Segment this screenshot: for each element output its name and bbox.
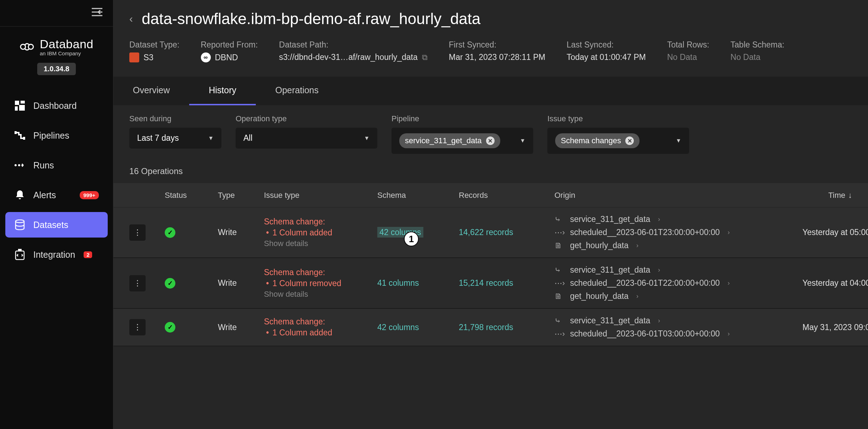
sidebar-item-label: Integration	[33, 250, 75, 260]
pipeline-icon: ⤷	[554, 266, 564, 275]
file-icon: 🗎	[554, 241, 564, 250]
pipeline-icon: ⤷	[554, 316, 564, 325]
svg-rect-7	[23, 137, 25, 140]
svg-rect-4	[15, 106, 18, 111]
row-type: Write	[218, 228, 264, 237]
table-row[interactable]: ⋮ ✓ Write Schema change: 1 Column added …	[113, 207, 868, 258]
schema-link[interactable]: 42 columns	[377, 323, 419, 332]
dbnd-icon: ∞	[201, 52, 211, 62]
pipeline-chip: service_311_get_data ✕	[399, 133, 500, 148]
copy-icon[interactable]: ⧉	[422, 53, 428, 62]
nav: Dashboard Pipelines Runs Alerts 999+ Dat…	[0, 82, 113, 278]
th-type: Type	[218, 191, 264, 200]
chevron-right-icon: ›	[728, 330, 730, 338]
svg-rect-2	[15, 101, 19, 105]
origin-run[interactable]: ⋯›scheduled__2023-06-01T23:00:00+00:00›	[554, 228, 802, 237]
issue-title: Schema change:	[264, 317, 377, 327]
sidebar-item-pipelines[interactable]: Pipelines	[5, 123, 108, 148]
sidebar-item-datasets[interactable]: Datasets	[5, 212, 108, 238]
chevron-right-icon: ›	[658, 216, 660, 223]
page-title: data-snowflake.ibm-bp-demo-af.raw_hourly…	[142, 10, 480, 28]
file-icon: 🗎	[554, 292, 564, 301]
meta-table-schema: Table Schema: No Data	[731, 40, 784, 62]
collapse-sidebar-icon[interactable]	[92, 7, 102, 19]
th-time[interactable]: Time↓	[802, 191, 852, 200]
origin-block: ⤷service_311_get_data› ⋯›scheduled__2023…	[554, 316, 802, 339]
th-status: Status	[165, 191, 218, 200]
records-link[interactable]: 14,622 records	[459, 228, 513, 237]
row-time: Yesterday at 04:00	[802, 278, 868, 288]
brand: Databand an IBM Company 1.0.34.8	[0, 27, 113, 82]
row-actions-button[interactable]: ⋮	[129, 319, 146, 335]
table-row[interactable]: ⋮ ✓ Write Schema change: 1 Column added …	[113, 309, 868, 346]
svg-rect-12	[18, 249, 22, 251]
records-link[interactable]: 15,214 records	[459, 278, 513, 288]
filter-label-optype: Operation type	[236, 114, 377, 123]
meta-dataset-path: Dataset Path: s3://dbnd-dev-31…af/raw_ho…	[279, 40, 428, 62]
chevron-right-icon: ›	[636, 242, 638, 249]
table-row[interactable]: ⋮ ✓ Write Schema change: 1 Column remove…	[113, 258, 868, 309]
issue-block: Schema change: 1 Column removed Show det…	[264, 268, 377, 299]
row-actions-button[interactable]: ⋮	[129, 224, 146, 241]
svg-point-8	[15, 164, 17, 166]
issue-detail: 1 Column added	[264, 328, 377, 338]
row-time: Yesterday at 05:00	[802, 228, 868, 237]
sidebar-item-integration[interactable]: Integration2	[5, 242, 108, 267]
row-actions-button[interactable]: ⋮	[129, 275, 146, 291]
schema-link[interactable]: 41 columns	[377, 278, 419, 288]
th-issue: Issue type	[264, 191, 377, 200]
origin-pipeline[interactable]: ⤷service_311_get_data›	[554, 214, 802, 224]
meta-first-synced: First Synced: Mar 31, 2023 07:28:11 PM	[449, 40, 545, 62]
svg-rect-3	[21, 101, 25, 104]
issue-title: Schema change:	[264, 217, 377, 227]
brand-logo-icon	[19, 39, 34, 54]
origin-task[interactable]: 🗎get_hourly_data›	[554, 291, 802, 301]
table-header: Status Type Issue type Schema Records Or…	[113, 184, 868, 207]
filter-operation-type[interactable]: All ▼	[236, 128, 377, 149]
filter-seen-during[interactable]: Last 7 days ▼	[129, 128, 221, 149]
alerts-badge: 999+	[80, 191, 99, 199]
issue-title: Schema change:	[264, 268, 377, 277]
pipeline-icon: ⤷	[554, 215, 564, 224]
chevron-right-icon: ›	[658, 266, 660, 274]
chevron-right-icon: ›	[636, 292, 638, 300]
brand-subtitle: an IBM Company	[40, 50, 93, 56]
records-link[interactable]: 21,798 records	[459, 323, 513, 332]
runs-icon	[14, 160, 26, 171]
origin-pipeline[interactable]: ⤷service_311_get_data›	[554, 316, 802, 325]
svg-rect-5	[19, 105, 25, 111]
run-icon: ⋯›	[554, 329, 564, 339]
tab-operations[interactable]: Operations	[256, 77, 338, 105]
origin-run[interactable]: ⋯›scheduled__2023-06-01T22:00:00+00:00›	[554, 278, 802, 288]
back-button[interactable]: ‹	[129, 13, 133, 25]
chip-remove-icon[interactable]: ✕	[625, 136, 634, 145]
integration-badge: 2	[84, 251, 92, 258]
origin-run[interactable]: ⋯›scheduled__2023-06-01T03:00:00+00:00›	[554, 329, 802, 339]
meta-last-synced: Last Synced: Today at 01:00:47 PM	[567, 40, 646, 62]
meta-total-rows: Total Rows: No Data	[667, 40, 709, 62]
tab-history[interactable]: History	[189, 77, 256, 105]
sidebar-item-label: Dashboard	[33, 101, 77, 111]
issue-chip: Schema changes ✕	[555, 133, 639, 148]
show-details-link[interactable]: Show details	[264, 239, 377, 248]
operations-count: 16 Operations	[113, 159, 868, 184]
origin-task[interactable]: 🗎get_hourly_data›	[554, 241, 802, 250]
filter-pipeline[interactable]: service_311_get_data ✕ ▼	[391, 128, 533, 154]
chevron-down-icon: ▼	[364, 135, 370, 141]
sidebar-item-label: Pipelines	[33, 130, 69, 141]
status-ok-icon: ✓	[165, 278, 175, 289]
bell-icon	[14, 189, 26, 201]
sidebar-item-alerts[interactable]: Alerts 999+	[5, 182, 108, 208]
show-details-link[interactable]: Show details	[264, 290, 377, 299]
tab-overview[interactable]: Overview	[113, 77, 189, 105]
filter-label-seen: Seen during	[129, 114, 221, 123]
sidebar-item-dashboard[interactable]: Dashboard	[5, 93, 108, 118]
row-type: Write	[218, 323, 264, 332]
th-records: Records	[459, 191, 554, 200]
filter-issue-type[interactable]: Schema changes ✕ ▼	[547, 128, 689, 154]
sidebar-item-runs[interactable]: Runs	[5, 152, 108, 178]
origin-pipeline[interactable]: ⤷service_311_get_data›	[554, 265, 802, 275]
tabs: Overview History Operations	[113, 77, 868, 105]
chip-remove-icon[interactable]: ✕	[486, 136, 495, 145]
brand-name: Databand	[40, 37, 93, 51]
